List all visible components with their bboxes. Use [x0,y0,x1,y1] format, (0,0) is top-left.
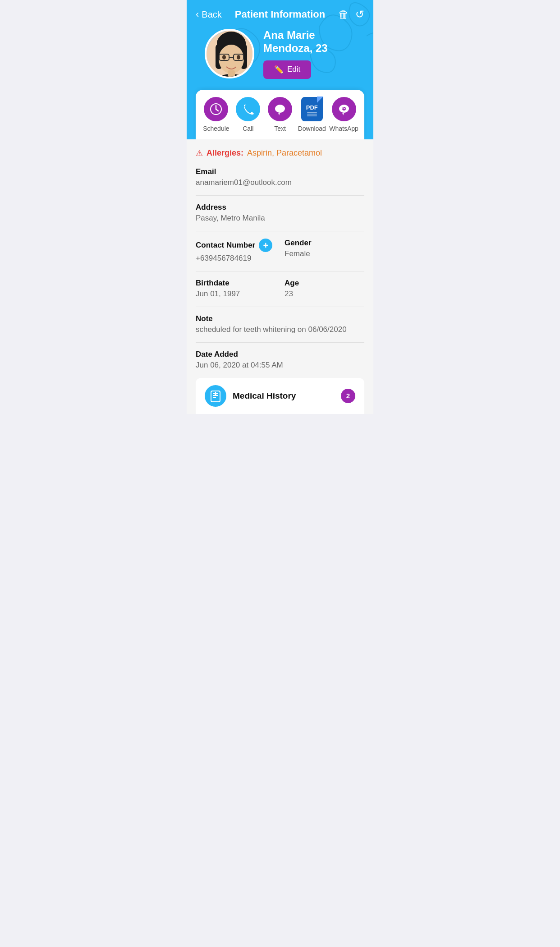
download-icon: PDF [301,97,323,121]
gender-value: Female [285,249,364,258]
birthdate-value: Jun 01, 1997 [196,290,275,299]
patient-info: Ana Marie Mendoza, 23 ✏️ Edit [263,29,355,79]
whatsapp-label: WhatsApp [329,125,358,132]
email-field: Email anamariem01@outlook.com [196,167,364,187]
whatsapp-icon [332,97,356,121]
age-field: Age 23 [285,279,364,299]
note-field: Note scheduled for teeth whitening on 06… [196,314,364,334]
allergies-values: Aspirin, Paracetamol [247,148,322,158]
call-label: Call [243,125,253,132]
svg-point-9 [222,55,226,60]
call-icon [236,97,260,121]
gender-label: Gender [285,239,364,248]
text-label: Text [274,125,286,132]
warning-icon: ⚠ [196,148,203,158]
medical-history-label: Medical History [233,391,335,401]
birthdate-age-row: Birthdate Jun 01, 1997 Age 23 [196,279,364,299]
text-icon [268,97,292,121]
trash-icon: 🗑 [338,8,349,20]
birthdate-field: Birthdate Jun 01, 1997 [196,279,275,299]
contact-value: +639456784619 [196,254,275,263]
contact-gender-row: Contact Number + +639456784619 Gender Fe… [196,239,364,263]
address-field: Address Pasay, Metro Manila [196,203,364,223]
download-action[interactable]: PDF Download [297,97,327,132]
text-action[interactable]: Text [265,97,295,132]
medical-history-section[interactable]: Medical History 2 [196,378,364,414]
allergies-row: ⚠ Allergies: Aspirin, Paracetamol [196,148,364,158]
schedule-icon [204,97,228,121]
refresh-icon: ↻ [355,8,364,21]
address-label: Address [196,203,364,212]
note-label: Note [196,314,364,323]
download-label: Download [298,125,326,132]
svg-point-16 [275,105,285,113]
action-bar: Schedule Call Text PDF [196,90,364,139]
content-area: ⚠ Allergies: Aspirin, Paracetamol Email … [187,139,373,414]
back-label: Back [202,9,221,20]
delete-button[interactable]: 🗑 [338,8,349,21]
schedule-label: Schedule [203,125,229,132]
age-value: 23 [285,290,364,299]
email-label: Email [196,167,364,176]
edit-icon: ✏️ [274,65,284,74]
contact-label: Contact Number + [196,239,275,252]
date-added-field: Date Added Jun 06, 2020 at 04:55 AM [196,350,364,370]
birthdate-label: Birthdate [196,279,275,288]
refresh-button[interactable]: ↻ [355,8,364,21]
note-value: scheduled for teeth whitening on 06/06/2… [196,325,364,334]
whatsapp-action[interactable]: WhatsApp [329,97,359,132]
contact-field: Contact Number + +639456784619 [196,239,275,263]
svg-marker-19 [342,113,344,115]
address-value: Pasay, Metro Manila [196,214,364,223]
svg-line-15 [216,109,218,111]
svg-marker-17 [278,113,280,115]
patient-name: Ana Marie Mendoza, 23 [263,29,355,55]
allergies-label: Allergies: [207,148,243,158]
avatar [205,29,254,78]
schedule-action[interactable]: Schedule [201,97,231,132]
email-value: anamariem01@outlook.com [196,178,364,187]
svg-rect-12 [228,70,235,77]
page-title: Patient Information [235,9,325,20]
edit-button[interactable]: ✏️ Edit [263,60,311,79]
date-added-label: Date Added [196,350,364,359]
back-button[interactable]: ‹ Back [196,9,222,20]
age-label: Age [285,279,364,288]
medical-history-badge: 2 [341,389,355,403]
gender-field: Gender Female [285,239,364,263]
back-arrow-icon: ‹ [196,9,199,20]
svg-point-10 [237,55,240,60]
medical-history-icon [205,385,226,407]
add-contact-button[interactable]: + [259,239,272,252]
date-added-value: Jun 06, 2020 at 04:55 AM [196,361,364,370]
call-action[interactable]: Call [233,97,263,132]
